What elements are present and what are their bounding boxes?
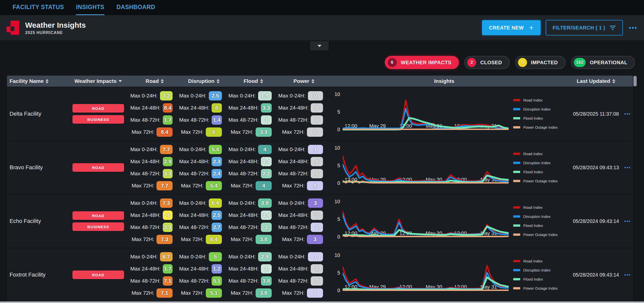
- status-filter-row: 6 WEATHER IMPACTS 2 CLOSED 5 IMPACTED 16…: [385, 56, 635, 69]
- filter-search-button[interactable]: FILTER/SEARCH ( 1 ): [546, 20, 623, 36]
- column-header-insights: Insights: [330, 76, 559, 87]
- metric-value-chip: 0: [307, 127, 323, 137]
- insights-chart: 051012:00May 2912:00May 3012:00May 31: [330, 141, 513, 194]
- column-header-flood[interactable]: Flood: [228, 76, 278, 87]
- weather-impacts-cell: ROAD: [66, 248, 130, 301]
- metric-value-chip: 4: [256, 181, 272, 190]
- metric-period-label: Max 72H:: [132, 129, 154, 135]
- filter-pill-weather-impacts[interactable]: 6 WEATHER IMPACTS: [385, 56, 459, 69]
- metric-value-chip: 6.7: [160, 252, 173, 261]
- metric-period-label: Max 24-48H:: [228, 105, 259, 111]
- vertical-scrollbar-thumb[interactable]: [633, 76, 637, 86]
- metric-value-chip: 5: [209, 252, 222, 261]
- metric-line: Max 0-24H:3.8: [228, 198, 272, 208]
- metric-period-label: Max 48-72H:: [228, 278, 259, 284]
- row-more-menu[interactable]: •••: [624, 272, 631, 278]
- metric-line: Max 72H:8.4: [130, 127, 173, 137]
- disruption-metrics-cell: Max 0-24H:2.5Max 24-48H:6Max 48-72H:1.4M…: [179, 87, 228, 140]
- impact-badge: ROAD: [72, 271, 124, 279]
- metric-period-label: Max 48-72H:: [179, 117, 209, 123]
- create-new-button[interactable]: CREATE NEW +: [482, 20, 541, 35]
- insights-chart: 051012:00May 2912:00May 3012:00May 31: [330, 87, 513, 140]
- metric-value-chip: 3.8: [256, 288, 272, 298]
- metric-line: Max 24-48H:4: [130, 211, 173, 220]
- legend-item: Power Outage Index: [513, 179, 559, 183]
- metric-value-chip: 8.4: [156, 127, 173, 137]
- metric-period-label: Max 48-72H:: [278, 278, 308, 284]
- metric-value-chip: 7.1: [163, 276, 173, 286]
- row-more-menu[interactable]: •••: [624, 219, 631, 224]
- insights-chart-canvas: [343, 199, 509, 243]
- metric-line: Max 24-48H:0: [278, 157, 323, 166]
- tab-dashboard[interactable]: DASHBOARD: [116, 0, 155, 15]
- legend-color-dash: [513, 206, 520, 209]
- filter-pill-impacted[interactable]: 5 IMPACTED: [515, 56, 566, 69]
- metric-period-label: Max 72H:: [132, 236, 154, 242]
- count-badge: 2: [467, 58, 476, 67]
- metric-value-chip: 0: [311, 169, 323, 178]
- collapse-panel-button[interactable]: [310, 41, 329, 51]
- metric-period-label: Max 48-72H:: [130, 171, 160, 177]
- legend-color-dash: [513, 224, 520, 227]
- metric-line: Max 0-24H:2.5: [179, 91, 222, 100]
- legend-label: Disruption Index: [523, 161, 550, 165]
- tab-facility-status[interactable]: FACILITY STATUS: [13, 0, 64, 15]
- metric-period-label: Max 72H:: [282, 290, 305, 296]
- metric-value-chip: 1: [261, 115, 272, 125]
- metric-period-label: Max 48-72H:: [278, 117, 308, 123]
- road-metrics-cell: Max 0-24H:7.3Max 24-48H:4Max 48-72H:3.3M…: [130, 195, 179, 248]
- metric-value-chip: 1.4: [212, 115, 222, 125]
- filter-pill-operational[interactable]: 162 OPERATIONAL: [571, 56, 635, 69]
- app-header: Weather Insights 2025 HURRICANE CREATE N…: [0, 15, 644, 40]
- column-header-disruption[interactable]: Disruption: [179, 76, 228, 87]
- metric-value-chip: 1: [261, 264, 272, 274]
- facilities-table: Facility Name Weather Impacts Road Disru…: [7, 76, 633, 301]
- impact-badge: ROAD: [72, 163, 124, 172]
- tab-insights[interactable]: INSIGHTS: [76, 0, 104, 15]
- column-header-power[interactable]: Power: [278, 76, 330, 87]
- metric-value-chip: 3.8: [261, 276, 272, 286]
- metric-value-chip: 0: [311, 264, 323, 274]
- legend-label: Power Outage Index: [523, 286, 558, 290]
- row-more-menu[interactable]: •••: [624, 165, 631, 170]
- filter-pill-closed[interactable]: 2 CLOSED: [464, 56, 509, 69]
- metric-value-chip: 1: [307, 288, 323, 298]
- facility-name: Echo Facility: [10, 218, 41, 224]
- app-logo-icon: [7, 21, 19, 35]
- column-header-road[interactable]: Road: [130, 76, 179, 87]
- top-nav: FACILITY STATUS INSIGHTS DASHBOARD: [0, 0, 644, 15]
- metric-line: Max 24-48H:2.9: [130, 157, 173, 166]
- road-metrics-cell: Max 0-24H:6.7Max 24-48H:1.7Max 48-72H:7.…: [130, 248, 179, 301]
- metric-period-label: Max 24-48H:: [228, 158, 259, 164]
- metric-line: Max 48-72H:0: [278, 276, 323, 286]
- metric-line: Max 72H:3.8: [228, 288, 272, 298]
- metric-line: Max 0-24H:1: [278, 145, 323, 154]
- chart-legend: Road IndexDisruption IndexFlood IndexPow…: [513, 195, 559, 248]
- row-more-menu[interactable]: •••: [624, 111, 631, 117]
- column-header-last-updated[interactable]: Last Updated: [559, 76, 633, 87]
- y-axis-tick: 5: [330, 270, 340, 276]
- facility-name: Foxtrot Facility: [10, 272, 46, 278]
- metric-line: Max 24-48H:2.3: [179, 157, 222, 166]
- column-header-weather-impacts[interactable]: Weather Impacts: [66, 76, 130, 87]
- metric-line: Max 48-72H:3.8: [228, 276, 272, 286]
- metric-value-chip: 0: [311, 276, 323, 286]
- metric-period-label: Max 0-24H:: [228, 146, 256, 152]
- metric-value-chip: 3.3: [163, 169, 173, 178]
- metric-line: Max 72H:7.7: [130, 181, 173, 190]
- metric-value-chip: 2.9: [163, 157, 173, 166]
- facility-name: Delta Facility: [10, 111, 41, 117]
- metric-period-label: Max 72H:: [231, 183, 253, 189]
- column-header-facility-name[interactable]: Facility Name: [7, 76, 66, 87]
- header-more-menu[interactable]: •••: [629, 24, 637, 31]
- legend-color-dash: [513, 108, 520, 110]
- y-axis-tick: 10: [330, 199, 340, 205]
- page-title: Weather Insights: [25, 21, 86, 30]
- metric-period-label: Max 24-48H:: [278, 212, 308, 218]
- metric-value-chip: 5.4: [206, 181, 222, 190]
- horizontal-scrollbar[interactable]: [0, 301, 644, 303]
- metric-period-label: Max 24-48H:: [179, 266, 209, 272]
- metric-line: Max 48-72H:0: [278, 115, 323, 125]
- metric-period-label: Max 0-24H:: [278, 93, 306, 99]
- metric-value-chip: 0: [311, 115, 323, 125]
